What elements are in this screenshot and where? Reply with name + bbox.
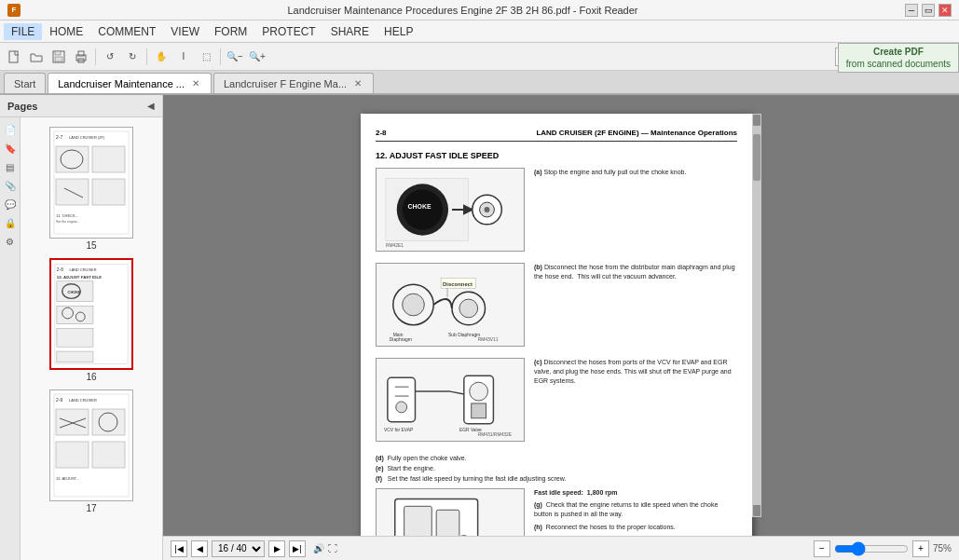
sidebar: Pages ◀ 📄 🔖 ▤ 📎 💬 🔒 ⚙: [0, 95, 163, 560]
menu-share[interactable]: SHARE: [323, 23, 377, 40]
tab-landcruiser-maintenance[interactable]: Landcruiser Maintenance ... ✕: [48, 73, 212, 93]
svg-text:RM431/RM432E: RM431/RM432E: [478, 433, 513, 438]
first-page-button[interactable]: |◀: [171, 540, 187, 557]
page-selector[interactable]: 16 / 40: [212, 540, 265, 557]
menu-form[interactable]: FORM: [207, 23, 254, 40]
pages-icon[interactable]: 📄: [2, 121, 19, 138]
attach-icon[interactable]: 📎: [2, 177, 19, 194]
undo-button[interactable]: ↺: [100, 47, 120, 67]
pdf-figure-fast-idle: Fast Idle Adjusting Screw RM42E11: [376, 488, 525, 536]
page-num-17: 17: [86, 503, 96, 513]
svg-text:CHOKE: CHOKE: [68, 291, 81, 295]
thumb-img-17: 2-9 LAND CRUISER 13. ADJUST...: [49, 389, 133, 501]
create-pdf-banner[interactable]: Create PDF from scanned documents: [838, 43, 959, 73]
svg-rect-39: [92, 442, 125, 468]
menu-view[interactable]: VIEW: [163, 23, 207, 40]
pdf-text-def: (d) Fully open the choke valve. (e) Star…: [376, 453, 737, 485]
pdf-scroll-area[interactable]: 2-8 LAND CRUISER (2F ENGINE) — Maintenan…: [163, 95, 959, 536]
page-thumb-16[interactable]: 2-8 LAND CRUISER 12. ADJUST FAST IDLE CH…: [24, 256, 158, 384]
svg-rect-70: [472, 403, 486, 418]
new-button[interactable]: [4, 47, 24, 67]
next-page-button[interactable]: ▶: [268, 540, 285, 557]
tab-bar: Start Landcruiser Maintenance ... ✕ Land…: [0, 71, 959, 95]
svg-text:EGR Valve: EGR Valve: [459, 428, 482, 432]
audio-button[interactable]: 🔊: [313, 543, 324, 553]
svg-point-69: [470, 382, 488, 401]
snapshot-button[interactable]: ⬚: [196, 47, 216, 67]
svg-rect-33: [56, 409, 89, 435]
window-controls[interactable]: ─ ▭ ✕: [905, 4, 952, 17]
scroll-thumb[interactable]: [753, 134, 760, 181]
comments-panel-icon[interactable]: 💬: [2, 196, 19, 212]
pdf-text-c: (c) Disconnect the hoses from ports of t…: [534, 358, 737, 385]
pdf-area: 2-8 LAND CRUISER (2F ENGINE) — Maintenan…: [163, 95, 959, 560]
svg-text:LAND CRUISER (2F): LAND CRUISER (2F): [69, 135, 105, 140]
save-button[interactable]: [48, 47, 69, 67]
scroll-up-arrow[interactable]: [753, 115, 760, 126]
zoom-out-button[interactable]: 🔍−: [225, 47, 245, 67]
bookmarks-icon[interactable]: 🔖: [2, 140, 19, 157]
thumb-img-16: 2-8 LAND CRUISER 12. ADJUST FAST IDLE CH…: [49, 258, 133, 370]
close-button[interactable]: ✕: [938, 4, 952, 17]
svg-text:2-7: 2-7: [56, 134, 62, 140]
zoom-slider[interactable]: [834, 541, 909, 556]
select-tool-button[interactable]: I: [173, 47, 194, 67]
page-thumb-17[interactable]: 2-9 LAND CRUISER 13. ADJUST... 17: [24, 388, 158, 515]
create-pdf-line2: from scanned documents: [846, 58, 951, 70]
pdf-section-title: 12. ADJUST FAST IDLE SPEED: [376, 151, 737, 160]
sidebar-icons: 📄 🔖 ▤ 📎 💬 🔒 ⚙: [0, 117, 21, 560]
svg-rect-38: [56, 442, 89, 468]
sidebar-label: Pages: [7, 101, 37, 112]
tab-landcruiser-engine[interactable]: Landcruiser F Engine Ma... ✕: [213, 73, 374, 93]
pdf-text-b: (b) Disconnect the hose from the distrib…: [534, 263, 737, 281]
sep3: [220, 48, 221, 65]
tab-engine-label: Landcruiser F Engine Ma...: [224, 78, 347, 89]
scroll-down-arrow[interactable]: [753, 505, 760, 516]
hand-tool-button[interactable]: ✋: [151, 47, 171, 67]
svg-rect-28: [57, 329, 93, 348]
svg-text:RM43V11: RM43V11: [478, 338, 499, 343]
svg-text:Diaphragm: Diaphragm: [390, 338, 412, 343]
zoom-in-bottom[interactable]: +: [912, 540, 929, 557]
zoom-out-bottom[interactable]: −: [814, 540, 830, 557]
page-thumb-15[interactable]: 2-7 LAND CRUISER (2F) 11. CHECK... Set t…: [24, 125, 158, 253]
svg-text:VCV for EVAP: VCV for EVAP: [384, 428, 414, 432]
tab-start[interactable]: Start: [4, 73, 46, 93]
svg-rect-77: [404, 506, 432, 536]
menu-bar: FILE HOME COMMENT VIEW FORM PROTECT SHAR…: [0, 20, 959, 43]
tools-icon[interactable]: ⚙: [2, 233, 19, 250]
menu-comment[interactable]: COMMENT: [90, 23, 163, 40]
svg-point-52: [403, 294, 425, 316]
zoom-in-button[interactable]: 🔍+: [247, 47, 267, 67]
fullscreen-button[interactable]: ⛶: [328, 543, 337, 553]
prev-page-button[interactable]: ◀: [191, 540, 208, 557]
svg-text:2-9: 2-9: [56, 397, 62, 403]
sidebar-content: 📄 🔖 ▤ 📎 💬 🔒 ⚙ 2-7 LAND CR: [0, 117, 162, 560]
menu-file[interactable]: FILE: [4, 23, 42, 40]
menu-protect[interactable]: PROTECT: [254, 23, 322, 40]
window-title: Landcruiser Maintenance Procedures Engin…: [21, 5, 905, 16]
redo-button[interactable]: ↻: [122, 47, 143, 67]
last-page-button[interactable]: ▶|: [289, 540, 306, 557]
restore-button[interactable]: ▭: [922, 4, 935, 17]
open-button[interactable]: [26, 47, 47, 67]
svg-rect-12: [92, 146, 125, 172]
security-icon[interactable]: 🔒: [2, 214, 19, 231]
menu-home[interactable]: HOME: [42, 23, 90, 40]
tab-engine-close[interactable]: ✕: [352, 78, 363, 89]
page-num-15: 15: [86, 240, 96, 251]
svg-rect-63: [388, 377, 416, 421]
pdf-row-a: CHOKE: [376, 168, 737, 252]
tab-maintenance-close[interactable]: ✕: [190, 78, 201, 89]
pdf-page: 2-8 LAND CRUISER (2F ENGINE) — Maintenan…: [361, 114, 752, 536]
layers-icon[interactable]: ▤: [2, 158, 19, 175]
svg-text:12. ADJUST FAST IDLE: 12. ADJUST FAST IDLE: [57, 275, 102, 280]
svg-rect-78: [436, 510, 459, 536]
print-button[interactable]: [71, 47, 91, 67]
pdf-row-fast-idle: Fast Idle Adjusting Screw RM42E11 Fast i…: [376, 488, 737, 536]
minimize-button[interactable]: ─: [905, 4, 918, 17]
toolbar: ↺ ↻ ✋ I ⬚ 🔍− 🔍+ Find 🔍 Create PDF from s…: [0, 43, 959, 71]
svg-point-48: [485, 207, 490, 212]
menu-help[interactable]: HELP: [377, 23, 420, 40]
sidebar-toggle[interactable]: ◀: [147, 101, 155, 111]
